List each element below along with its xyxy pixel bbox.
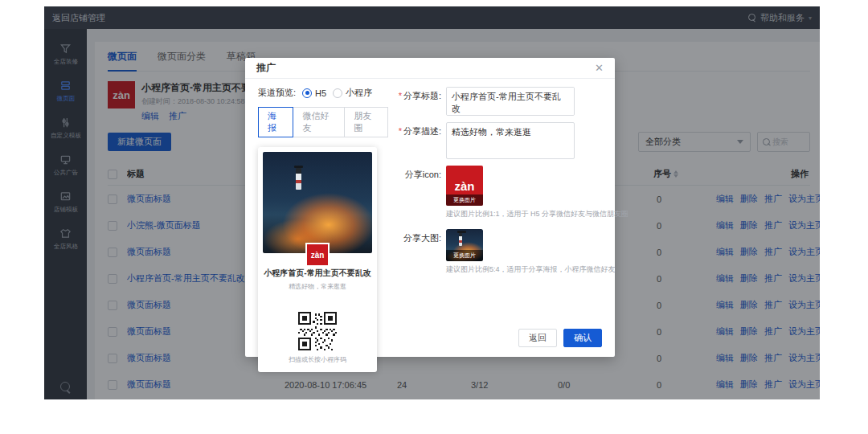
- radio-icon: [302, 88, 312, 98]
- change-image-button[interactable]: 更换图片: [446, 194, 483, 206]
- modal-title: 推广: [256, 61, 276, 75]
- tab-poster[interactable]: 海报: [258, 107, 293, 137]
- promotion-modal: 推广 ✕ 渠道预览: H5 小程序 海报 微信好: [245, 58, 615, 357]
- share-image-field: 分享大图: 更换图片: [390, 229, 604, 261]
- share-big-image[interactable]: 更换图片: [446, 229, 483, 261]
- confirm-button[interactable]: 确认: [563, 329, 602, 347]
- modal-footer: 返回 确认: [518, 329, 602, 347]
- share-title-input[interactable]: 小程序首页-常用主页不要乱改: [446, 87, 575, 116]
- lighthouse-illustration: [459, 233, 462, 246]
- image-hint: 建议图片比例5:4，适用于分享海报，小程序微信好友: [446, 264, 604, 275]
- share-title-field: *分享标题: 小程序首页-常用主页不要乱改: [390, 87, 604, 116]
- poster-image: [263, 152, 372, 253]
- tab-wechat-friends[interactable]: 微信好友: [293, 107, 345, 137]
- qr-caption: 扫描或长按小程序码: [263, 355, 372, 364]
- poster-preview-card: zàn 小程序首页-常用主页不要乱改 精选好物，常来逛逛 扫描或长按小程序码: [258, 147, 377, 372]
- qr-code: [298, 312, 337, 350]
- app-window: 返回店铺管理 帮助和服务 ▾ 全店装修 微页面 自定义模板 公共广告 店铺模板: [44, 6, 820, 399]
- radio-miniprogram[interactable]: 小程序: [333, 87, 372, 99]
- share-desc-input[interactable]: 精选好物，常来逛逛: [446, 122, 575, 159]
- icon-hint: 建议图片比例1:1，适用于 H5 分享微信好友与微信朋友圈: [446, 209, 604, 219]
- share-desc-field: *分享描述: 精选好物，常来逛逛: [390, 122, 604, 159]
- tab-moments[interactable]: 朋友圈: [344, 107, 388, 137]
- zan-logo: zàn: [307, 244, 328, 265]
- radio-h5[interactable]: H5: [302, 88, 326, 98]
- radio-icon: [333, 88, 342, 98]
- channel-preview-row: 渠道预览: H5 小程序: [258, 87, 388, 99]
- modal-header: 推广 ✕: [245, 58, 615, 79]
- change-image-button[interactable]: 更换图片: [446, 250, 483, 261]
- share-icon-image[interactable]: zàn 更换图片: [446, 166, 483, 206]
- lighthouse-illustration: [296, 168, 301, 190]
- back-button[interactable]: 返回: [518, 329, 557, 347]
- share-icon-field: 分享icon: zàn 更换图片: [390, 166, 604, 206]
- preview-tabs: 海报 微信好友 朋友圈: [258, 107, 388, 137]
- poster-subtitle: 精选好物，常来逛逛: [263, 282, 372, 291]
- close-icon[interactable]: ✕: [595, 63, 604, 73]
- poster-title: 小程序首页-常用主页不要乱改: [263, 268, 372, 279]
